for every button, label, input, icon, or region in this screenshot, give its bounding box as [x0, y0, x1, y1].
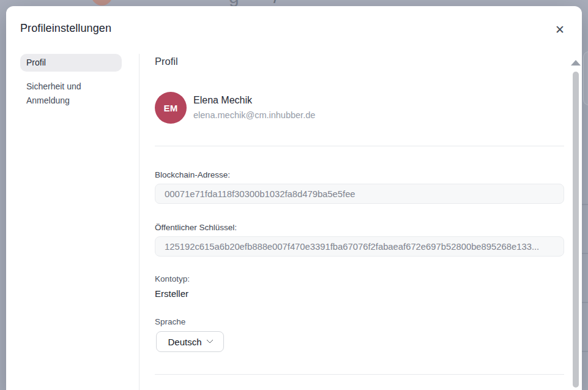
backdrop-row-lines-fragment [582, 156, 588, 389]
scroll-up-arrow-icon[interactable] [571, 60, 581, 66]
user-email: elena.mechik@cm.inhubber.de [193, 110, 315, 120]
public-key-label: Öffentlicher Schlüssel: [155, 223, 237, 232]
chevron-down-icon [206, 337, 213, 343]
screen: g / Profileinstellungen ✕ Profil Sicherh… [0, 0, 588, 390]
section-divider [155, 374, 564, 375]
sidebar-divider [139, 54, 140, 390]
sidebar-item-sicherheit-und-anmeldung[interactable]: Sicherheit und Anmeldung [20, 80, 112, 108]
profile-settings-modal: Profileinstellungen ✕ Profil Sicherheit … [6, 6, 582, 390]
backdrop-panel-edge-fragment [583, 51, 588, 105]
sidebar-item-profil[interactable]: Profil [20, 54, 122, 72]
language-select[interactable]: Deutsch [156, 331, 224, 352]
language-label: Sprache [155, 317, 185, 326]
avatar: EM [155, 92, 187, 124]
modal-title: Profileinstellungen [20, 21, 111, 36]
public-key-input[interactable] [155, 236, 564, 257]
section-divider [155, 146, 564, 146]
backdrop-avatar-fragment [91, 0, 113, 6]
blockchain-address-label: Blockchain-Adresse: [155, 170, 230, 179]
user-name: Elena Mechik [193, 95, 252, 106]
account-type-value: Ersteller [155, 288, 188, 299]
scrollbar-thumb[interactable] [573, 72, 579, 388]
close-icon[interactable]: ✕ [551, 21, 568, 38]
blockchain-address-input[interactable] [155, 184, 564, 204]
content-heading: Profil [155, 56, 178, 67]
account-type-label: Kontotyp: [155, 274, 190, 283]
language-select-value: Deutsch [168, 337, 201, 347]
